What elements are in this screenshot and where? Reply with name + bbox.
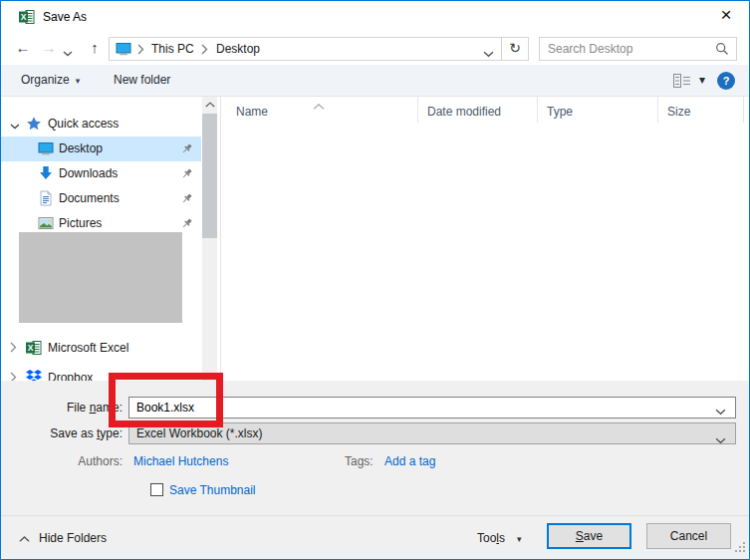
breadcrumb-this-pc[interactable]: This PC <box>151 38 194 60</box>
save-thumbnail-checkbox[interactable] <box>150 483 163 496</box>
file-name-combobox <box>128 397 736 419</box>
history-chevron-icon[interactable] <box>63 46 73 60</box>
view-dropdown-icon[interactable]: ▾ <box>699 65 705 96</box>
pin-icon <box>180 167 193 180</box>
save-as-type-label: Save as type: <box>1 422 123 444</box>
sidebar-scrollbar[interactable] <box>202 97 217 381</box>
sidebar-item-label: Downloads <box>59 161 118 186</box>
chevron-down-icon[interactable] <box>10 119 20 133</box>
chevron-down-icon: ▾ <box>76 76 81 86</box>
dropbox-icon <box>26 370 42 381</box>
column-header-type[interactable]: Type <box>538 97 658 123</box>
pin-icon <box>180 142 193 155</box>
breadcrumb-separator-icon <box>201 44 208 58</box>
scrollbar-thumb[interactable] <box>202 114 217 238</box>
save-thumbnail-label: Save Thumbnail <box>169 480 256 500</box>
navigation-bar: ← → ↑ This PC Desktop <box>1 33 749 65</box>
file-list-pane: Name Date modified Type Size <box>220 97 749 381</box>
svg-text:X: X <box>28 343 34 353</box>
excel-icon: X <box>26 340 42 356</box>
sidebar-item-dropbox[interactable]: Dropbox <box>1 366 201 381</box>
save-as-dialog: X Save As × ← → ↑ This PC <box>0 0 750 560</box>
search-input[interactable] <box>548 39 707 59</box>
breadcrumb-desktop[interactable]: Desktop <box>216 38 260 60</box>
desktop-icon <box>116 41 131 57</box>
tools-menu-button[interactable]: Tools▾ <box>477 527 522 549</box>
sidebar-item-label: Dropbox <box>48 366 93 381</box>
column-header-size[interactable]: Size <box>658 97 744 123</box>
scroll-up-icon[interactable] <box>202 97 217 114</box>
thumbnail-placeholder <box>19 232 182 323</box>
address-bar[interactable]: This PC Desktop ↻ <box>109 37 529 61</box>
chevron-down-icon: ▾ <box>517 534 522 544</box>
chevron-down-icon[interactable] <box>715 405 726 419</box>
document-icon <box>38 190 54 206</box>
column-header-date-modified[interactable]: Date modified <box>418 97 538 123</box>
hide-folders-button[interactable]: Hide Folders <box>19 527 107 549</box>
chevron-up-icon <box>19 536 30 542</box>
forward-icon[interactable]: → <box>37 33 61 65</box>
sidebar-item-label: Desktop <box>59 137 103 161</box>
up-icon[interactable]: ↑ <box>83 33 107 65</box>
window-title: Save As <box>43 1 87 33</box>
cancel-button[interactable]: Cancel <box>646 523 731 549</box>
download-icon <box>38 165 54 181</box>
sidebar-item-documents[interactable]: Documents <box>1 186 201 211</box>
sidebar-item-desktop[interactable]: Desktop <box>1 137 201 161</box>
resize-grip[interactable] <box>735 542 746 556</box>
details-view-icon[interactable] <box>673 74 691 91</box>
back-icon[interactable]: ← <box>11 33 35 65</box>
address-dropdown-icon[interactable] <box>483 47 494 61</box>
chevron-down-icon <box>715 430 726 450</box>
file-name-label: File name: <box>1 397 123 419</box>
save-form-panel: File name: Save as type: Excel Workbook … <box>1 381 749 515</box>
help-button[interactable]: ? <box>717 72 735 90</box>
desktop-icon <box>38 140 54 156</box>
navigation-sidebar: Quick access Desktop <box>1 97 201 381</box>
sidebar-item-microsoft-excel[interactable]: X Microsoft Excel <box>1 336 201 361</box>
breadcrumb-separator-icon <box>137 44 144 58</box>
command-toolbar: Organize▾ New folder ▾ ? <box>1 65 749 97</box>
file-name-input[interactable] <box>136 399 704 417</box>
pin-icon <box>180 192 193 205</box>
save-as-type-value: Excel Workbook (*.xlsx) <box>136 423 262 443</box>
pictures-icon <box>38 215 54 231</box>
chevron-right-icon[interactable] <box>10 342 17 356</box>
quick-access-star-icon <box>26 116 42 132</box>
save-button[interactable]: Save <box>547 523 631 549</box>
save-as-type-select[interactable]: Excel Workbook (*.xlsx) <box>128 422 736 444</box>
pin-icon <box>180 217 193 230</box>
sidebar-item-label: Documents <box>59 186 120 211</box>
sidebar-item-downloads[interactable]: Downloads <box>1 161 201 186</box>
authors-value[interactable]: Michael Hutchens <box>133 451 228 471</box>
sidebar-item-quick-access[interactable]: Quick access <box>1 112 201 137</box>
column-header-name[interactable]: Name <box>222 97 418 123</box>
add-a-tag-link[interactable]: Add a tag <box>384 451 435 471</box>
dialog-footer: Hide Folders Tools▾ Save Cancel <box>1 515 749 559</box>
excel-app-icon: X <box>19 9 35 25</box>
title-bar: X Save As × <box>1 1 749 33</box>
close-icon[interactable]: × <box>703 1 749 31</box>
content-area: Name Date modified Type Size Quick acces… <box>1 97 749 381</box>
new-folder-button[interactable]: New folder <box>114 65 170 96</box>
svg-text:X: X <box>21 12 27 22</box>
search-icon[interactable] <box>715 42 729 56</box>
refresh-icon[interactable]: ↻ <box>501 38 528 60</box>
sidebar-item-label: Quick access <box>48 112 119 137</box>
authors-label: Authors: <box>1 451 123 471</box>
tags-label: Tags: <box>345 451 374 471</box>
organize-menu-button[interactable]: Organize▾ <box>21 65 80 96</box>
search-box <box>539 37 737 61</box>
sidebar-item-label: Microsoft Excel <box>48 336 128 361</box>
chevron-right-icon[interactable] <box>10 372 17 381</box>
